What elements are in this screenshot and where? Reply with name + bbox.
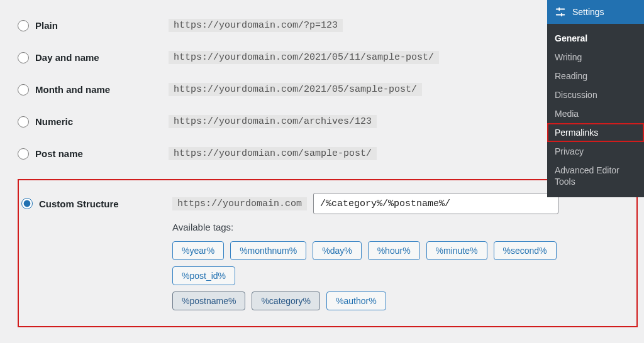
tag-day[interactable]: %day% xyxy=(313,241,361,260)
tag-category[interactable]: %category% xyxy=(252,291,320,310)
radio-postname[interactable] xyxy=(18,148,29,160)
tag-postname[interactable]: %postname% xyxy=(172,291,245,310)
label-custom[interactable]: Custom Structure xyxy=(39,199,119,209)
custom-prefix: https://yourdomain.com xyxy=(172,197,307,210)
settings-submenu: General Writing Reading Discussion Media… xyxy=(547,24,644,197)
svg-rect-0 xyxy=(556,9,565,10)
radio-numeric[interactable] xyxy=(18,116,29,128)
label-plain[interactable]: Plain xyxy=(35,20,58,31)
custom-structure-block: Custom Structure https://yourdomain.com … xyxy=(18,179,638,327)
sample-monthname: https://yourdomain.com/2021/05/sample-po… xyxy=(169,83,422,96)
option-custom-row: Custom Structure https://yourdomain.com xyxy=(21,193,621,214)
sample-dayname: https://yourdomain.com/2021/05/11/sample… xyxy=(169,51,439,64)
option-monthname-row: Month and name https://yourdomain.com/20… xyxy=(18,83,638,96)
tag-monthnum[interactable]: %monthnum% xyxy=(230,241,306,260)
option-dayname-row: Day and name https://yourdomain.com/2021… xyxy=(18,51,638,64)
tag-post-id[interactable]: %post_id% xyxy=(172,266,235,285)
settings-sidebar: Settings General Writing Reading Discuss… xyxy=(547,0,644,197)
submenu-discussion[interactable]: Discussion xyxy=(547,85,644,104)
custom-structure-input[interactable] xyxy=(313,193,558,214)
sample-numeric: https://yourdomain.com/archives/123 xyxy=(169,115,377,128)
submenu-permalinks[interactable]: Permalinks xyxy=(547,123,644,142)
tag-row-2: %postname% %category% %author% xyxy=(172,291,613,310)
submenu-general[interactable]: General xyxy=(547,29,644,48)
radio-plain[interactable] xyxy=(18,20,29,31)
sample-postname: https://yourdomian.com/sample-post/ xyxy=(169,147,377,160)
radio-monthname[interactable] xyxy=(18,84,29,95)
radio-dayname[interactable] xyxy=(18,52,29,63)
label-numeric[interactable]: Numeric xyxy=(35,116,73,127)
tag-year[interactable]: %year% xyxy=(172,241,224,260)
submenu-writing[interactable]: Writing xyxy=(547,48,644,67)
available-tags-label: Available tags: xyxy=(172,222,621,232)
submenu-media[interactable]: Media xyxy=(547,104,644,123)
svg-rect-3 xyxy=(561,13,562,16)
svg-rect-2 xyxy=(556,14,565,16)
tag-minute[interactable]: %minute% xyxy=(426,241,487,260)
submenu-privacy[interactable]: Privacy xyxy=(547,142,644,161)
sample-plain: https://yourdomain.com/?p=123 xyxy=(169,19,343,32)
settings-slider-icon xyxy=(553,5,567,19)
option-plain-row: Plain https://yourdomain.com/?p=123 xyxy=(18,19,638,32)
tag-hour[interactable]: %hour% xyxy=(368,241,420,260)
label-postname[interactable]: Post name xyxy=(35,148,83,159)
submenu-advanced[interactable]: Advanced Editor Tools xyxy=(547,161,644,191)
option-numeric-row: Numeric https://yourdomain.com/archives/… xyxy=(18,115,638,128)
label-dayname[interactable]: Day and name xyxy=(35,52,99,63)
svg-rect-1 xyxy=(558,8,560,11)
settings-header[interactable]: Settings xyxy=(547,0,644,24)
label-monthname[interactable]: Month and name xyxy=(35,84,110,95)
tag-author[interactable]: %author% xyxy=(326,291,386,310)
option-postname-row: Post name https://yourdomian.com/sample-… xyxy=(18,147,638,160)
radio-custom[interactable] xyxy=(21,198,33,209)
tag-second[interactable]: %second% xyxy=(494,241,557,260)
tag-row-1: %year% %monthnum% %day% %hour% %minute% … xyxy=(172,241,613,285)
submenu-reading[interactable]: Reading xyxy=(547,67,644,85)
settings-title: Settings xyxy=(572,7,604,17)
